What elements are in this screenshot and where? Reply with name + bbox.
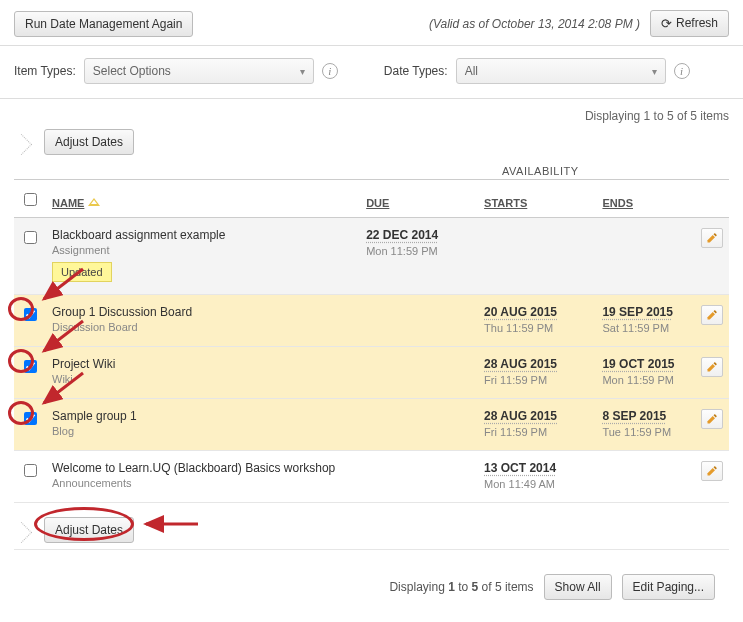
start-date: 20 AUG 2015 bbox=[484, 305, 590, 319]
pencil-icon bbox=[706, 413, 718, 425]
updated-badge: Updated bbox=[52, 262, 112, 282]
start-date-sub: Mon 11:49 AM bbox=[484, 478, 590, 490]
edit-button[interactable] bbox=[701, 357, 723, 377]
info-icon: i bbox=[674, 63, 690, 79]
item-name: Group 1 Discussion Board bbox=[52, 305, 354, 319]
pencil-icon bbox=[706, 361, 718, 373]
show-all-button[interactable]: Show All bbox=[544, 574, 612, 600]
date-types-select[interactable]: All ▾ bbox=[456, 58, 666, 84]
start-date: 13 OCT 2014 bbox=[484, 461, 590, 475]
start-date-sub: Thu 11:59 PM bbox=[484, 322, 590, 334]
edit-paging-button[interactable]: Edit Paging... bbox=[622, 574, 715, 600]
adjust-dates-button-bottom[interactable]: Adjust Dates bbox=[44, 517, 134, 543]
selection-arrow-icon bbox=[14, 523, 36, 537]
selection-arrow-icon bbox=[14, 135, 36, 149]
table-row: Blackboard assignment exampleAssignmentU… bbox=[14, 218, 729, 295]
item-name: Welcome to Learn.UQ (Blackboard) Basics … bbox=[52, 461, 354, 475]
select-all-checkbox[interactable] bbox=[24, 193, 37, 206]
paging-top: Displaying 1 to 5 of 5 items bbox=[0, 99, 743, 129]
row-checkbox[interactable] bbox=[24, 308, 37, 321]
bottom-toolbar: Adjust Dates bbox=[0, 503, 743, 549]
end-date-sub: Sat 11:59 PM bbox=[602, 322, 689, 334]
refresh-label: Refresh bbox=[676, 16, 718, 30]
due-column-header[interactable]: DUE bbox=[360, 180, 478, 218]
edit-button[interactable] bbox=[701, 305, 723, 325]
paging-bottom: Displaying 1 to 5 of 5 items Show All Ed… bbox=[14, 549, 729, 614]
refresh-icon: ⟳ bbox=[661, 16, 672, 31]
run-date-management-button[interactable]: Run Date Management Again bbox=[14, 11, 193, 37]
starts-column-header[interactable]: STARTS bbox=[478, 180, 596, 218]
info-icon: i bbox=[322, 63, 338, 79]
table-wrap: AVAILABILITY NAME DUE STARTS ENDS Blackb… bbox=[0, 165, 743, 503]
table-row: Project WikiWiki28 AUG 2015Fri 11:59 PM1… bbox=[14, 347, 729, 399]
name-column-header[interactable]: NAME bbox=[46, 180, 360, 218]
edit-button[interactable] bbox=[701, 461, 723, 481]
pencil-icon bbox=[706, 465, 718, 477]
filter-bar: Item Types: Select Options ▾ i Date Type… bbox=[0, 46, 743, 99]
topbar: Run Date Management Again (Valid as of O… bbox=[0, 0, 743, 46]
item-type: Blog bbox=[52, 425, 354, 437]
row-checkbox[interactable] bbox=[24, 464, 37, 477]
start-date: 28 AUG 2015 bbox=[484, 409, 590, 423]
end-date-sub: Mon 11:59 PM bbox=[602, 374, 689, 386]
end-date: 8 SEP 2015 bbox=[602, 409, 689, 423]
refresh-button[interactable]: ⟳Refresh bbox=[650, 10, 729, 37]
pencil-icon bbox=[706, 309, 718, 321]
date-types-value: All bbox=[465, 64, 478, 78]
ends-column-header[interactable]: ENDS bbox=[596, 180, 695, 218]
end-date: 19 SEP 2015 bbox=[602, 305, 689, 319]
table-row: Group 1 Discussion BoardDiscussion Board… bbox=[14, 295, 729, 347]
edit-button[interactable] bbox=[701, 228, 723, 248]
item-type: Assignment bbox=[52, 244, 354, 256]
due-date-sub: Mon 11:59 PM bbox=[366, 245, 472, 257]
start-date-sub: Fri 11:59 PM bbox=[484, 426, 590, 438]
validity-text: (Valid as of October 13, 2014 2:08 PM ) bbox=[429, 17, 640, 31]
table-row: Sample group 1Blog28 AUG 2015Fri 11:59 P… bbox=[14, 399, 729, 451]
row-checkbox[interactable] bbox=[24, 360, 37, 373]
edit-button[interactable] bbox=[701, 409, 723, 429]
item-types-select[interactable]: Select Options ▾ bbox=[84, 58, 314, 84]
adjust-dates-button[interactable]: Adjust Dates bbox=[44, 129, 134, 155]
chevron-down-icon: ▾ bbox=[300, 66, 305, 77]
items-table: NAME DUE STARTS ENDS Blackboard assignme… bbox=[14, 179, 729, 503]
toolbar: Adjust Dates bbox=[0, 129, 743, 165]
sort-asc-icon bbox=[88, 198, 100, 206]
item-name: Project Wiki bbox=[52, 357, 354, 371]
item-type: Discussion Board bbox=[52, 321, 354, 333]
item-type: Announcements bbox=[52, 477, 354, 489]
pencil-icon bbox=[706, 232, 718, 244]
table-row: Welcome to Learn.UQ (Blackboard) Basics … bbox=[14, 451, 729, 503]
item-types-value: Select Options bbox=[93, 64, 171, 78]
start-date-sub: Fri 11:59 PM bbox=[484, 374, 590, 386]
availability-header: AVAILABILITY bbox=[496, 165, 579, 179]
chevron-down-icon: ▾ bbox=[652, 66, 657, 77]
item-types-label: Item Types: bbox=[14, 64, 76, 78]
item-name: Blackboard assignment example bbox=[52, 228, 354, 242]
date-types-label: Date Types: bbox=[384, 64, 448, 78]
name-header-label: NAME bbox=[52, 197, 84, 209]
start-date: 28 AUG 2015 bbox=[484, 357, 590, 371]
row-checkbox[interactable] bbox=[24, 412, 37, 425]
item-name: Sample group 1 bbox=[52, 409, 354, 423]
paging-text: Displaying 1 to 5 of 5 items bbox=[389, 580, 533, 594]
due-date: 22 DEC 2014 bbox=[366, 228, 472, 242]
end-date: 19 OCT 2015 bbox=[602, 357, 689, 371]
end-date-sub: Tue 11:59 PM bbox=[602, 426, 689, 438]
row-checkbox[interactable] bbox=[24, 231, 37, 244]
item-type: Wiki bbox=[52, 373, 354, 385]
